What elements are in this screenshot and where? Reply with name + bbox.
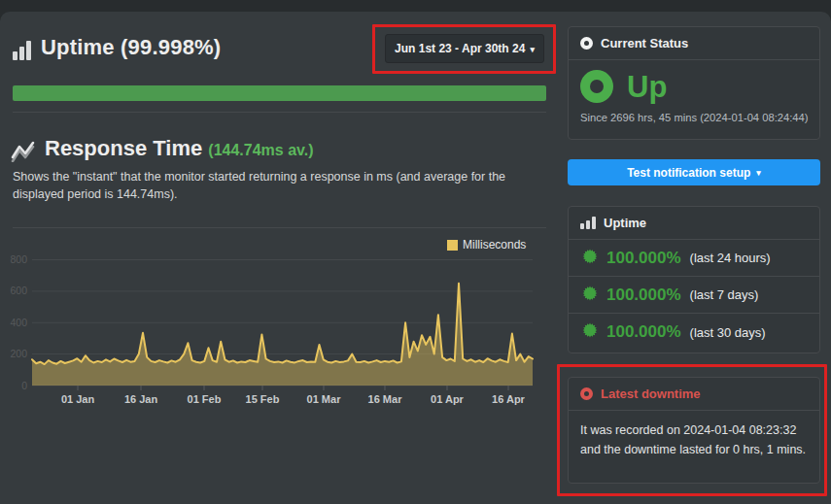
up-status-icon (580, 70, 613, 103)
response-time-title: Response Time (144.74ms av.) (45, 136, 314, 161)
divider (13, 112, 546, 113)
svg-text:16 Apr: 16 Apr (492, 393, 526, 405)
uptime-panel: Uptime 100.000% (last 24 hours) 100.000%… (568, 206, 820, 353)
svg-text:01 Apr: 01 Apr (431, 393, 465, 405)
response-time-description: Shows the "instant" that the monitor sta… (13, 168, 549, 203)
uptime-value: 100.000% (606, 249, 681, 268)
uptime-period: (last 7 days) (690, 287, 759, 302)
legend-swatch-icon (447, 240, 458, 251)
downtime-dot-icon (580, 387, 593, 400)
response-time-average: (144.74ms av.) (208, 142, 313, 158)
svg-text:800: 800 (10, 253, 27, 265)
svg-text:600: 600 (10, 285, 27, 296)
burst-icon (582, 322, 598, 342)
chevron-down-icon: ▾ (530, 46, 535, 54)
svg-text:16 Jan: 16 Jan (124, 393, 158, 405)
date-range-label: Jun 1st 23 - Apr 30th 24 (395, 42, 525, 55)
uptime-panel-title: Uptime (604, 216, 646, 230)
latest-downtime-body: It was recorded on 2024-01-04 08:23:32 a… (569, 411, 819, 471)
uptime-row-7d: 100.000% (last 7 days) (569, 277, 819, 314)
current-status-body: Up Since 2696 hrs, 45 mins (2024-01-04 0… (569, 60, 819, 135)
uptime-value: 100.000% (606, 322, 681, 342)
uptime-period: (last 24 hours) (690, 251, 771, 265)
svg-text:200: 200 (10, 348, 27, 359)
svg-text:16 Mar: 16 Mar (368, 393, 403, 405)
svg-text:15 Feb: 15 Feb (246, 393, 280, 405)
status-value: Up (627, 72, 667, 102)
chart-legend: Milliseconds (447, 238, 526, 252)
uptime-value: 100.000% (606, 286, 681, 305)
svg-text:0: 0 (21, 380, 27, 391)
uptime-bars-icon (13, 41, 31, 60)
current-status-panel: Current Status Up Since 2696 hrs, 45 min… (568, 26, 820, 140)
uptime-progress-bar (13, 85, 546, 101)
divider (13, 227, 546, 228)
status-dot-icon (580, 37, 593, 50)
burst-icon (582, 249, 598, 268)
test-notification-button[interactable]: Test notification setup ▾ (568, 159, 820, 185)
burst-icon (582, 286, 598, 305)
dashboard-card: Uptime (99.998%) Jun 1st 23 - Apr 30th 2… (0, 12, 831, 504)
chevron-down-icon: ▾ (756, 169, 761, 178)
uptime-bars-icon (580, 217, 596, 229)
response-time-chart: 020040060080001 Jan16 Jan01 Feb15 Feb01 … (0, 252, 554, 413)
date-range-selector[interactable]: Jun 1st 23 - Apr 30th 24 ▾ (385, 34, 544, 63)
uptime-period: (last 30 days) (690, 325, 766, 340)
svg-text:01 Mar: 01 Mar (307, 393, 342, 405)
current-status-title: Current Status (601, 36, 688, 50)
current-status-header: Current Status (569, 27, 819, 60)
svg-text:01 Feb: 01 Feb (188, 393, 222, 405)
svg-text:01 Jan: 01 Jan (61, 393, 95, 405)
svg-text:400: 400 (10, 317, 27, 328)
legend-label: Milliseconds (463, 238, 526, 252)
uptime-panel-header: Uptime (569, 207, 819, 240)
latest-downtime-title: Latest downtime (601, 386, 701, 401)
latest-downtime-panel: Latest downtime It was recorded on 2024-… (568, 377, 820, 484)
page-title: Uptime (99.998%) (41, 35, 221, 60)
uptime-row-30d: 100.000% (last 30 days) (569, 314, 819, 351)
uptime-row-24h: 100.000% (last 24 hours) (569, 240, 819, 277)
status-since: Since 2696 hrs, 45 mins (2024-01-04 08:2… (580, 112, 808, 123)
latest-downtime-header: Latest downtime (569, 378, 819, 411)
response-time-icon (11, 141, 38, 166)
